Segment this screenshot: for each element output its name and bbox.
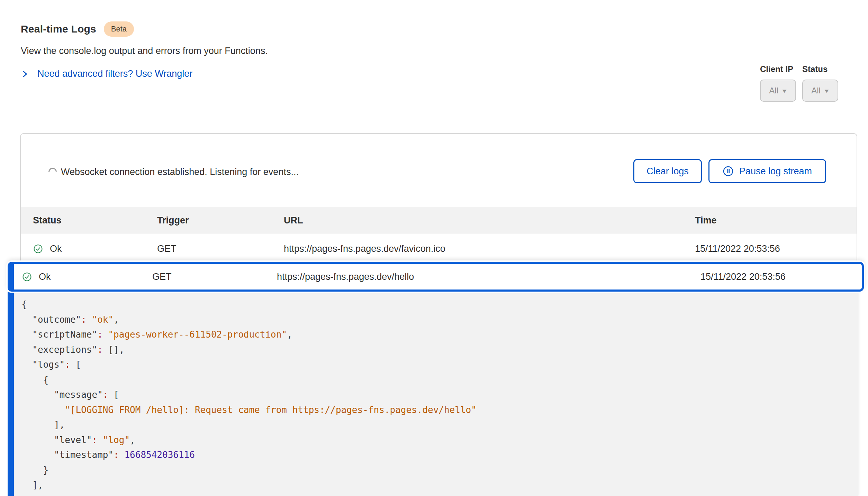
chevron-right-icon bbox=[21, 70, 29, 79]
column-header-trigger: Trigger bbox=[157, 215, 189, 226]
page-header: Real-time Logs Beta bbox=[21, 21, 134, 37]
row-url: https://pages-fns.pages.dev/hello bbox=[277, 272, 414, 282]
status-dropdown[interactable]: All ▼ bbox=[802, 80, 838, 102]
expanded-log-row-inner: Ok GET https://pages-fns.pages.dev/hello… bbox=[14, 264, 862, 290]
row-trigger: GET bbox=[157, 244, 177, 254]
check-circle-icon bbox=[22, 272, 32, 282]
client-ip-filter-label: Client IP bbox=[760, 64, 793, 74]
row-trigger: GET bbox=[152, 272, 172, 282]
log-row[interactable]: Ok GET https://pages-fns.pages.dev/favic… bbox=[21, 234, 857, 263]
spinner-icon bbox=[47, 166, 58, 178]
pause-icon bbox=[723, 166, 734, 177]
pause-log-stream-label: Pause log stream bbox=[739, 166, 812, 177]
logs-table-header: Status Trigger URL Time bbox=[21, 207, 857, 234]
page-subtitle: View the console.log output and errors f… bbox=[21, 46, 268, 56]
column-header-url: URL bbox=[284, 215, 303, 226]
pause-log-stream-button[interactable]: Pause log stream bbox=[708, 159, 826, 183]
log-detail-json: { "outcome": "ok", "scriptName": "pages-… bbox=[21, 297, 858, 493]
page-title: Real-time Logs bbox=[21, 23, 96, 35]
beta-badge: Beta bbox=[104, 21, 134, 37]
row-status-cell: Ok bbox=[33, 244, 62, 254]
logs-panel: Websocket connection established. Listen… bbox=[20, 133, 857, 263]
clear-logs-label: Clear logs bbox=[647, 166, 689, 177]
wrangler-link[interactable]: Need advanced filters? Use Wrangler bbox=[21, 68, 192, 79]
status-dropdown-value: All bbox=[811, 86, 821, 95]
row-time: 15/11/2022 20:53:56 bbox=[695, 244, 780, 254]
caret-down-icon: ▼ bbox=[781, 88, 788, 94]
row-status-cell: Ok bbox=[22, 272, 51, 282]
status-filter-label: Status bbox=[802, 64, 828, 74]
log-detail-panel: { "outcome": "ok", "scriptName": "pages-… bbox=[8, 292, 858, 496]
clear-logs-button[interactable]: Clear logs bbox=[633, 159, 702, 183]
row-time: 15/11/2022 20:53:56 bbox=[700, 272, 786, 282]
row-status: Ok bbox=[39, 272, 51, 282]
expanded-log-row[interactable]: Ok GET https://pages-fns.pages.dev/hello… bbox=[8, 262, 864, 292]
wrangler-link-label: Need advanced filters? Use Wrangler bbox=[37, 68, 192, 79]
check-circle-icon bbox=[33, 244, 43, 254]
client-ip-dropdown[interactable]: All ▼ bbox=[760, 80, 796, 102]
websocket-status-text: Websocket connection established. Listen… bbox=[61, 167, 299, 177]
client-ip-dropdown-value: All bbox=[769, 86, 778, 95]
column-header-time: Time bbox=[695, 215, 717, 226]
caret-down-icon: ▼ bbox=[823, 88, 830, 94]
column-header-status: Status bbox=[33, 215, 62, 226]
row-url: https://pages-fns.pages.dev/favicon.ico bbox=[284, 244, 445, 254]
row-status: Ok bbox=[50, 244, 62, 254]
